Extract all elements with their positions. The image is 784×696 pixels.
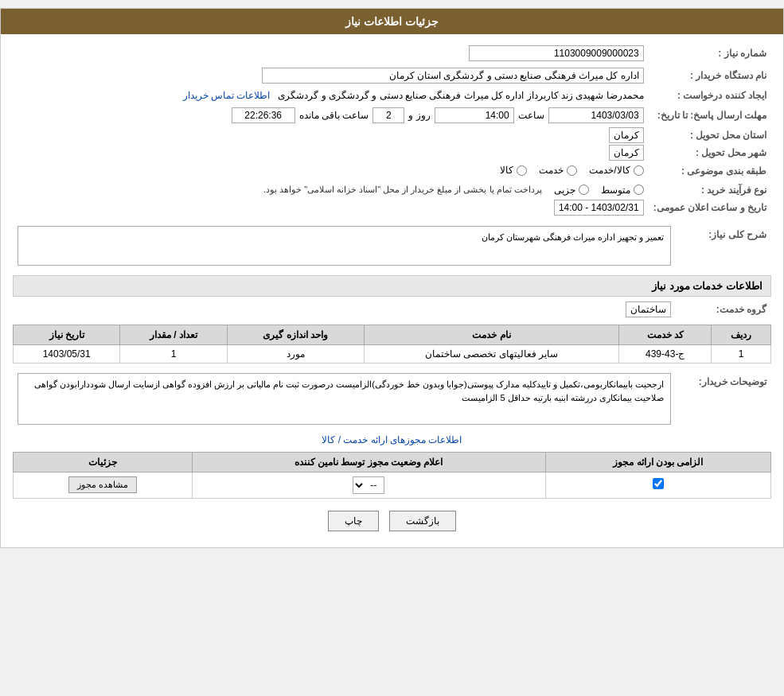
delivery-province-field: کرمان [609,127,644,143]
col-required: الزامی بودن ارائه مجوز [545,452,770,472]
need-number-field: 1103009009000023 [469,45,644,61]
cell-date: 1403/05/31 [14,344,120,363]
cell-unit: مورد [227,344,364,363]
subject-radio-kala[interactable]: کالا [500,165,527,176]
response-deadline-label: مهلت ارسال پاسخ: تا تاریخ: [649,104,771,126]
info-table: شماره نیاز : 1103009009000023 نام دستگاه… [13,42,771,216]
permissions-section-header: اطلاعات مجوزهای ارائه خدمت / کالا [13,434,771,445]
need-number-value: 1103009009000023 [44,42,648,64]
purchase-type-radio-medium[interactable]: متوسط [601,185,644,196]
permissions-table: الزامی بودن ارائه مجوز اعلام وضعیت مجوز … [13,452,771,499]
print-button[interactable]: چاپ [328,511,379,531]
col-details: جزئیات [14,452,193,472]
service-group-label: گروه خدمت: [676,301,771,318]
buyer-notes-table: توضیحات خریدار: ارجحیت بابیمانکاربومی،تک… [13,370,771,428]
need-number-label: شماره نیاز : [649,42,771,64]
purchase-type-note: پرداخت تمام یا بخشی از مبلغ خریدار از مح… [263,185,542,195]
creator-label: ایجاد کننده درخواست : [649,87,771,104]
status-dropdown[interactable]: -- [353,476,384,494]
creator-row: محمدرضا شهیدی زند کاربرداز اداره کل میرا… [13,87,649,104]
services-table: ردیف کد خدمت نام خدمت واحد اندازه گیری ت… [13,325,771,364]
delivery-city-label: شهر محل تحویل : [649,144,771,161]
view-permit-button[interactable]: مشاهده مجوز [68,476,137,493]
back-button[interactable]: بازگشت [389,511,456,531]
buyer-notes-field: ارجحیت بابیمانکاربومی،تکمیل و تاییدکلیه … [18,373,671,425]
buyer-org-value: اداره کل میراث فرهنگی صنایع دستی و گردشگ… [13,64,649,87]
col-status: اعلام وضعیت مجوز توسط نامین کننده [192,452,545,472]
response-days-field: 2 [372,107,404,123]
col-name: نام خدمت [364,325,619,344]
action-buttons: بازگشت چاپ [13,511,771,531]
delivery-province-label: استان محل تحویل : [649,126,771,144]
cell-row: 1 [712,344,771,363]
creator-link[interactable]: اطلاعات تماس خریدار [183,90,271,101]
col-date: تاریخ نیاز [14,325,120,344]
service-group-table: گروه خدمت: ساختمان [13,301,771,318]
purchase-type-label: نوع فرآیند خرید : [649,181,771,199]
response-time-label: ساعت [518,110,544,121]
description-field: تعمیر و تجهیز اداره میراث فرهنگی شهرستان… [18,226,671,266]
subject-radio-kala-khedmat[interactable]: کالا/خدمت [589,165,643,176]
table-row: 1 ج-43-439 سایر فعالیتهای تخصصی ساختمان … [14,344,771,363]
services-section-header: اطلاعات خدمات مورد نیاز [13,275,771,297]
cell-details: مشاهده مجوز [14,472,193,498]
buyer-org-label: نام دستگاه خریدار : [649,64,771,87]
description-label: شرح کلی نیاز: [676,223,771,269]
required-checkbox[interactable] [653,478,664,489]
delivery-city-field: کرمان [609,145,644,161]
purchase-type-radio-partial[interactable]: جزیی [554,185,589,196]
announcement-label: تاریخ و ساعت اعلان عمومی: [649,199,771,216]
response-date-field: 1403/03/03 [548,107,644,123]
subject-label: طبقه بندی موضوعی : [649,161,771,181]
page-title: جزئیات اطلاعات نیاز [1,9,783,34]
response-remaining-field: 22:26:36 [232,107,295,123]
buyer-org-field: اداره کل میراث فرهنگی صنایع دستی و گردشگ… [262,68,644,84]
cell-status: -- [192,472,545,498]
col-row: ردیف [712,325,771,344]
col-count: تعداد / مقدار [120,325,227,344]
service-group-field: ساختمان [626,301,671,317]
cell-code: ج-43-439 [619,344,712,363]
list-item: -- مشاهده مجوز [14,472,771,498]
cell-count: 1 [120,344,227,363]
response-time-field: 14:00 [435,107,514,123]
col-unit: واحد اندازه گیری [227,325,364,344]
buyer-notes-label: توضیحات خریدار: [676,370,771,428]
response-remaining-label: ساعت باقی مانده [299,110,369,121]
creator-value: محمدرضا شهیدی زند کاربرداز اداره کل میرا… [278,90,643,101]
cell-name: سایر فعالیتهای تخصصی ساختمان [364,344,619,363]
col-code: کد خدمت [619,325,712,344]
subject-radio-khedmat[interactable]: خدمت [539,165,577,176]
cell-required [545,472,770,498]
response-day-label: روز و [408,110,430,121]
announcement-value: 1403/02/31 - 14:00 [554,200,644,216]
description-table: شرح کلی نیاز: تعمیر و تجهیز اداره میراث … [13,223,771,269]
